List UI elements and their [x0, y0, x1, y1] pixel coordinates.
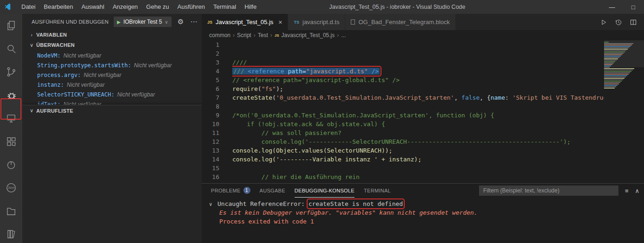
menu-item-hilfe[interactable]: Hilfe — [240, 0, 261, 14]
watch-item[interactable]: idText:Nicht verfügbar — [22, 99, 202, 105]
code-line[interactable] — [232, 102, 604, 111]
start-debugging-icon[interactable]: ▶ — [117, 19, 121, 25]
watch-item[interactable]: NodeVM:Nicht verfügbar — [22, 50, 202, 60]
code-line[interactable]: //// — [232, 58, 604, 67]
code-line[interactable]: /*on('0_userdata.0.Test_Simulation.JavaS… — [232, 111, 604, 120]
activity-bar-item-search[interactable] — [0, 37, 22, 60]
minimap-line — [604, 75, 627, 76]
editor-group: JSJavascript_Test_05.js×TSjavascript.d.t… — [202, 14, 644, 243]
more-actions-icon[interactable]: ⋯ — [190, 18, 197, 26]
menu-item-bearbeiten[interactable]: Bearbeiten — [39, 0, 77, 14]
code-line[interactable] — [232, 40, 604, 49]
watch-item[interactable]: String.prototype.startsWith:Nicht verfüg… — [22, 60, 202, 70]
tab-javascript-test-05-js[interactable]: JSJavascript_Test_05.js× — [202, 14, 288, 30]
code-line[interactable]: if (!obj.state.ack && obj.state.val) { — [232, 120, 604, 128]
line-number: 4 — [202, 67, 219, 76]
activity-bar-item-folder[interactable] — [0, 199, 22, 223]
tab-bar: JSJavascript_Test_05.js×TSjavascript.d.t… — [202, 14, 644, 30]
breadcrumb-item[interactable]: Script — [237, 32, 251, 38]
code-line[interactable]: console.log('------------SelectorUNREACH… — [232, 137, 604, 146]
panel-tab-ausgabe[interactable]: AUSGABE — [260, 184, 285, 198]
tab-bar-tabs: JSJavascript_Test_05.js×TSjavascript.d.t… — [202, 14, 456, 30]
filter-icon[interactable]: ≡ — [625, 187, 629, 194]
run-icon[interactable] — [599, 18, 608, 26]
js-file-icon: JS — [207, 20, 212, 25]
activity-bar-item-source-control[interactable] — [0, 60, 22, 83]
minimap-line — [604, 79, 623, 80]
watch-expression-value: Nicht verfügbar — [67, 82, 105, 88]
tab-javascript-d-ts[interactable]: TSjavascript.d.ts — [288, 14, 345, 30]
minimap-content[interactable] — [604, 40, 637, 183]
section-watch[interactable]: ∨ ÜBERWACHEN — [22, 40, 202, 50]
code-line[interactable]: // hier die Ausführung rein — [232, 173, 604, 181]
code-line[interactable]: console.log('---------Variable instanz '… — [232, 155, 604, 164]
window-title: Javascript_Test_05.js - iobroker - Visua… — [329, 0, 466, 14]
code-line[interactable]: /// <reference path="javascript.d.ts" /> — [232, 67, 604, 76]
panel-tab-probleme[interactable]: PROBLEME1 — [211, 184, 250, 198]
breadcrumb-item[interactable]: ... — [341, 32, 346, 38]
menu-item-anzeigen[interactable]: Anzeigen — [108, 0, 142, 14]
source-control-icon — [5, 66, 17, 78]
chevron-down-icon: ∨ — [29, 108, 34, 114]
settings-gear-icon[interactable]: ⚙ — [177, 18, 184, 26]
watch-item[interactable]: instanz:Nicht verfügbar — [22, 79, 202, 89]
json-icon: Json — [5, 182, 17, 194]
watch-expression-name: NodeVM: — [37, 52, 61, 59]
chevron-down-icon[interactable]: ∨ — [209, 200, 217, 209]
menu-item-terminal[interactable]: Terminal — [209, 0, 240, 14]
panel-tab-debugging-konsole[interactable]: DEBUGGING-KONSOLE — [295, 184, 355, 198]
minimap-line — [604, 85, 618, 86]
minimap-line — [604, 49, 628, 50]
menu-item-datei[interactable]: Datei — [17, 0, 39, 14]
problems-count-badge: 1 — [243, 187, 250, 194]
code-line[interactable]: // <reference path="javascript-global.d.… — [232, 76, 604, 84]
code-line[interactable] — [232, 49, 604, 58]
section-callstack[interactable]: ∨ AUFRUFLISTE — [22, 105, 202, 116]
watch-expression-value: Nicht verfügbar — [64, 52, 101, 59]
activity-bar-item-remote-explorer[interactable] — [0, 107, 22, 130]
breadcrumb-item[interactable]: Test — [258, 32, 268, 38]
code-line[interactable]: require("fs"); — [232, 84, 604, 93]
console-line: ∨Uncaught ReferenceError: createState is… — [209, 199, 644, 208]
minimap-line — [604, 42, 609, 43]
menu-item-gehe-zu[interactable]: Gehe zu — [142, 0, 173, 14]
debug-config-dropdown[interactable]: ▶ IOBroker Test 5 ∨ — [113, 16, 172, 27]
watch-item[interactable]: process.argv:Nicht verfügbar — [22, 70, 202, 79]
split-editor-icon[interactable] — [629, 18, 637, 26]
section-variables-label: VARIABLEN — [36, 32, 67, 38]
vscode-logo-icon — [4, 3, 13, 11]
menu-bar: DateiBearbeitenAuswahlAnzeigenGehe zuAus… — [17, 0, 261, 14]
console-text: Es ist kein Debugger verfügbar. "variabl… — [219, 209, 478, 216]
chevron-up-icon[interactable]: ∧ — [635, 187, 639, 194]
timeline-history-icon[interactable] — [614, 18, 623, 26]
panel-tab-terminal[interactable]: TERMINAL — [364, 184, 391, 198]
breadcrumb-item[interactable]: common — [209, 32, 230, 38]
breadcrumb-separator-icon: › — [254, 32, 256, 38]
menu-item-ausführen[interactable]: Ausführen — [173, 0, 209, 14]
minimap-line — [604, 77, 626, 77]
menu-item-auswahl[interactable]: Auswahl — [77, 0, 108, 14]
activity-bar-item-run-and-debug[interactable] — [0, 83, 22, 107]
maximize-button[interactable]: □ — [623, 0, 644, 14]
minimize-button[interactable]: — — [601, 0, 623, 14]
line-number: 12 — [202, 137, 219, 146]
activity-bar-item-json[interactable]: Json — [0, 176, 22, 199]
breadcrumb-item[interactable]: Javascript_Test_05.js — [282, 32, 335, 38]
code-line[interactable]: console.log(Object.values(SelectorUNREAC… — [232, 146, 604, 155]
line-number: 11 — [202, 128, 219, 137]
code-line[interactable] — [232, 164, 604, 173]
activity-bar-item-power[interactable] — [0, 153, 22, 176]
block-file-icon — [351, 19, 355, 25]
activity-bar-item-library[interactable] — [0, 223, 22, 243]
tab-og-bad-fenster-telegram-block[interactable]: OG_Bad_Fenster_Telegram.block — [345, 14, 456, 30]
code-line[interactable]: // was soll passieren? — [232, 128, 604, 137]
watch-item[interactable]: SelectorSTICKY_UNREACH:Nicht verfügbar — [22, 89, 202, 99]
code-editor[interactable]: 12345678910111213141516 /////// <referen… — [202, 40, 644, 183]
watch-expression-name: SelectorSTICKY_UNREACH: — [37, 91, 114, 98]
close-icon[interactable]: × — [278, 19, 282, 26]
console-filter-input[interactable] — [479, 185, 618, 196]
activity-bar-item-extensions[interactable] — [0, 130, 22, 153]
code-line[interactable]: createState('0_userdata.0.Test_Simulatio… — [232, 93, 604, 102]
activity-bar-item-explorer[interactable] — [0, 14, 22, 37]
section-variables[interactable]: › VARIABLEN — [22, 30, 202, 40]
